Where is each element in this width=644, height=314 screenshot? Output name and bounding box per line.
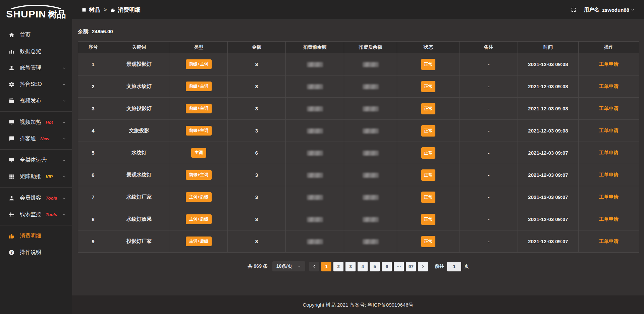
sidebar-item-account[interactable]: 账号管理 — [0, 60, 72, 76]
breadcrumb-item-current[interactable]: 消费明细 — [110, 6, 141, 14]
page-button-1[interactable]: 1 — [321, 262, 331, 271]
blurred-value — [307, 173, 323, 178]
user-icon — [8, 65, 15, 71]
sidebar-item-badge: Tools — [46, 212, 57, 217]
cell-action: 工单申请 — [579, 208, 639, 230]
sidebar-item-media-operation[interactable]: 全媒体运营 — [0, 152, 72, 168]
sliders-icon — [8, 211, 15, 218]
cell-index: 9 — [78, 230, 108, 253]
breadcrumb: 树品 > 消费明细 — [82, 6, 141, 14]
blurred-value — [363, 84, 379, 89]
work-order-link[interactable]: 工单申请 — [599, 239, 619, 244]
chevron-down-icon — [62, 66, 66, 70]
sidebar-item-douyin-seo[interactable]: 抖音SEO — [0, 76, 72, 93]
username-value: zswodun88 — [602, 7, 629, 13]
cell-time: 2021-12-03 09:08 — [518, 75, 579, 98]
cell-index: 7 — [78, 186, 108, 208]
chat-icon — [8, 136, 15, 142]
status-badge: 正常 — [421, 81, 435, 92]
chevron-down-icon — [62, 137, 66, 141]
prev-page-button[interactable] — [309, 262, 319, 271]
cell-keyword: 景观水纹灯 — [108, 164, 170, 186]
work-order-link[interactable]: 工单申请 — [599, 194, 619, 200]
cell-type: 前缀+主词 — [170, 75, 228, 98]
cell-balance-before — [286, 208, 344, 230]
goto-page-input[interactable] — [447, 262, 461, 271]
cell-balance-after — [344, 186, 397, 208]
blurred-value — [307, 239, 323, 244]
work-order-link[interactable]: 工单申请 — [599, 150, 619, 155]
status-badge: 正常 — [421, 169, 435, 181]
sidebar-item-video-heat[interactable]: 视频加热Hot — [0, 114, 72, 130]
work-order-link[interactable]: 工单申请 — [599, 128, 619, 133]
logo-text-cn: 树品 — [48, 8, 66, 20]
column-header: 序号 — [78, 42, 108, 53]
page-button-97[interactable]: 97 — [406, 262, 416, 271]
page-button-5[interactable]: 5 — [370, 262, 380, 271]
next-page-button[interactable] — [418, 262, 428, 271]
breadcrumb-item-root[interactable]: 树品 — [82, 6, 100, 14]
cell-index: 8 — [78, 208, 108, 230]
sidebar-item-badge: VIP — [46, 174, 53, 179]
cell-remark: - — [460, 98, 518, 120]
page-button-2[interactable]: 2 — [333, 262, 343, 271]
sidebar-item-badge: New — [40, 136, 49, 141]
cell-time: 2021-12-03 09:08 — [518, 98, 579, 120]
cell-index: 2 — [78, 75, 108, 98]
type-badge: 前缀+主词 — [186, 59, 212, 69]
page-button-3[interactable]: 3 — [345, 262, 356, 271]
column-header: 操作 — [579, 42, 639, 53]
app-root: SHUPIN 树品 首页数据总览账号管理抖音SEO视频发布视频加热Hot抖客通N… — [0, 0, 644, 314]
cell-action: 工单申请 — [579, 230, 639, 253]
sidebar-item-label: 首页 — [20, 32, 31, 39]
sidebar-item-data-overview[interactable]: 数据总览 — [0, 43, 72, 60]
sidebar-item-help[interactable]: ?操作说明 — [0, 244, 72, 261]
cell-keyword: 水纹灯 — [108, 142, 170, 164]
page-size-select[interactable]: 10条/页 — [272, 261, 305, 271]
page-button-6[interactable]: 6 — [382, 262, 392, 271]
sidebar-item-clue-monitor[interactable]: 线索监控Tools — [0, 206, 72, 223]
sidebar-item-label: 视频发布 — [20, 97, 41, 104]
work-order-link[interactable]: 工单申请 — [599, 216, 619, 222]
sidebar-item-label: 线索监控 — [20, 211, 41, 218]
fullscreen-icon[interactable] — [571, 7, 577, 13]
logo-text-en: SHUPIN — [6, 8, 46, 20]
cell-keyword: 文旅投影 — [108, 120, 170, 142]
user-menu[interactable]: 用户名: zswodun88 — [584, 7, 635, 13]
more-pages-button[interactable]: ··· — [394, 262, 404, 271]
cell-time: 2021-12-03 09:08 — [518, 53, 579, 75]
work-order-link[interactable]: 工单申请 — [599, 172, 619, 177]
chevron-down-icon — [62, 196, 66, 200]
sidebar-divider — [0, 111, 72, 112]
page-button-4[interactable]: 4 — [358, 262, 368, 271]
cell-balance-before — [286, 142, 344, 164]
cell-status: 正常 — [397, 186, 460, 208]
sidebar-item-video-publish[interactable]: 视频发布 — [0, 93, 72, 109]
sidebar-item-consume-detail[interactable]: 消费明细 — [0, 228, 72, 244]
cell-balance-before — [286, 230, 344, 253]
sidebar-item-douketong[interactable]: 抖客通New — [0, 130, 72, 147]
chevron-down-icon — [62, 120, 66, 124]
cell-index: 3 — [78, 98, 108, 120]
type-badge: 主词+后缀 — [186, 214, 212, 224]
work-order-link[interactable]: 工单申请 — [599, 61, 619, 67]
work-order-link[interactable]: 工单申请 — [599, 84, 619, 89]
sidebar-item-home[interactable]: 首页 — [0, 27, 72, 43]
status-badge: 正常 — [421, 147, 435, 159]
sidebar-item-matrix-boost[interactable]: 矩阵助推VIP — [0, 168, 72, 185]
cell-type: 前缀+主词 — [170, 164, 228, 186]
cell-amount: 3 — [228, 208, 286, 230]
sidebar-item-label: 矩阵助推 — [20, 173, 41, 180]
work-order-link[interactable]: 工单申请 — [599, 106, 619, 111]
table-row: 4文旅投影前缀+主词3正常-2021-12-03 09:08工单申请 — [78, 120, 639, 142]
cell-action: 工单申请 — [579, 142, 639, 164]
tv-icon — [8, 119, 15, 125]
sidebar-item-member-burst[interactable]: 会员爆客Tools — [0, 190, 72, 206]
type-badge: 前缀+主词 — [186, 104, 212, 113]
cell-type: 前缀+主词 — [170, 98, 228, 120]
cell-amount: 3 — [228, 98, 286, 120]
monitor-icon — [8, 157, 15, 163]
logo[interactable]: SHUPIN 树品 — [0, 3, 72, 22]
breadcrumb-label: 树品 — [89, 6, 100, 14]
footer: Copyright 树品 2021 备案号: 粤ICP备09019646号 — [72, 296, 644, 314]
